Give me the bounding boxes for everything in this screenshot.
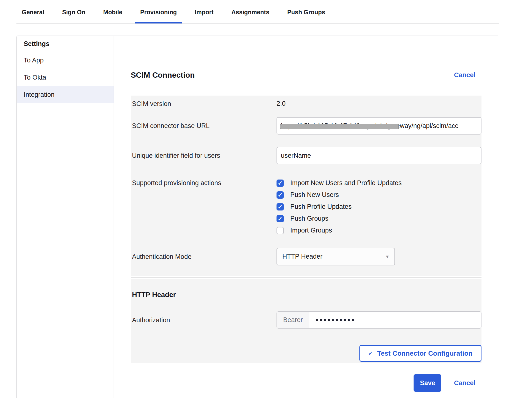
checkbox-label: Push Profile Updates: [290, 203, 352, 210]
authorization-field: Bearer ••••••••••: [277, 311, 481, 329]
redaction-bar: [280, 124, 399, 129]
checkbox-import-groups[interactable]: ✓: [277, 227, 284, 234]
checkbox-row-import-groups[interactable]: ✓ Import Groups: [277, 227, 402, 234]
tab-import[interactable]: Import: [189, 0, 219, 23]
test-connector-row: ✓ Test Connector Configuration: [131, 345, 481, 362]
content-header: SCIM Connection Cancel: [131, 70, 481, 80]
checkbox-row-push-new-users[interactable]: ✓ Push New Users: [277, 191, 402, 199]
scim-version-label: SCIM version: [131, 100, 277, 107]
form-footer: Save Cancel: [131, 374, 481, 392]
base-url-label: SCIM connector base URL: [131, 122, 277, 129]
http-header-title: HTTP Header: [131, 291, 481, 299]
checkbox-label: Push Groups: [290, 215, 328, 222]
checkbox-push-groups[interactable]: ✓: [277, 215, 284, 222]
authorization-label: Authorization: [131, 316, 277, 324]
auth-mode-label: Authentication Mode: [131, 253, 277, 260]
sidebar-item-to-app[interactable]: To App: [17, 52, 114, 69]
settings-sidebar: Settings To App To Okta Integration: [17, 36, 114, 398]
tab-bar: General Sign On Mobile Provisioning Impo…: [16, 0, 499, 24]
http-header-section: HTTP Header Authorization Bearer •••••••…: [131, 279, 481, 363]
chevron-down-icon: ▾: [386, 254, 389, 260]
checkmark-icon: ✓: [278, 180, 283, 186]
section-divider: [131, 278, 481, 278]
sidebar-item-integration[interactable]: Integration: [17, 86, 114, 103]
tab-provisioning[interactable]: Provisioning: [135, 0, 182, 23]
checkbox-row-push-profile-updates[interactable]: ✓ Push Profile Updates: [277, 203, 402, 210]
main-content: SCIM Connection Cancel SCIM version 2.0 …: [114, 36, 499, 398]
auth-mode-select[interactable]: HTTP Header ▾: [277, 248, 395, 265]
authorization-token-input[interactable]: ••••••••••: [309, 312, 481, 328]
save-button[interactable]: Save: [414, 374, 441, 392]
authorization-row: Authorization Bearer ••••••••••: [131, 311, 481, 329]
checkbox-push-new-users[interactable]: ✓: [277, 191, 284, 199]
bearer-prefix: Bearer: [277, 312, 309, 328]
checkbox-label: Push New Users: [290, 191, 339, 199]
checkbox-push-profile-updates[interactable]: ✓: [277, 203, 284, 210]
checkmark-icon: ✓: [278, 216, 283, 222]
unique-id-value: userName: [281, 152, 311, 159]
app-root: General Sign On Mobile Provisioning Impo…: [0, 0, 532, 398]
checkmark-icon: ✓: [278, 204, 283, 210]
test-connector-label: Test Connector Configuration: [377, 350, 473, 357]
base-url-row: SCIM connector base URL https://h5hd-195…: [131, 117, 481, 135]
checkbox-row-import-users[interactable]: ✓ Import New Users and Profile Updates: [277, 179, 402, 187]
checkbox-row-push-groups[interactable]: ✓ Push Groups: [277, 215, 402, 222]
cancel-link-bottom[interactable]: Cancel: [454, 379, 475, 387]
tab-mobile[interactable]: Mobile: [98, 0, 128, 23]
checkmark-icon: ✓: [278, 192, 283, 198]
scim-version-value: 2.0: [277, 100, 286, 107]
unique-id-row: Unique identifier field for users userNa…: [131, 147, 481, 164]
provisioning-actions-row: Supported provisioning actions ✓ Import …: [131, 179, 481, 234]
checkbox-label: Import Groups: [290, 227, 332, 234]
test-connector-button[interactable]: ✓ Test Connector Configuration: [359, 345, 481, 362]
scim-version-row: SCIM version 2.0: [131, 96, 481, 107]
provisioning-actions-label: Supported provisioning actions: [131, 179, 277, 187]
tab-assignments[interactable]: Assignments: [226, 0, 275, 23]
tab-sign-on[interactable]: Sign On: [57, 0, 91, 23]
cancel-link-top[interactable]: Cancel: [454, 71, 475, 79]
tab-general[interactable]: General: [16, 0, 50, 23]
auth-mode-value: HTTP Header: [282, 253, 322, 260]
auth-mode-row: Authentication Mode HTTP Header ▾: [131, 248, 481, 265]
page-title: SCIM Connection: [131, 70, 195, 80]
content-panel: Settings To App To Okta Integration SCIM…: [16, 36, 499, 398]
base-url-input[interactable]: https://h5hd-195-19-67-148-ngrok.io/gate…: [277, 117, 481, 135]
tab-push-groups[interactable]: Push Groups: [282, 0, 330, 23]
unique-id-label: Unique identifier field for users: [131, 152, 277, 159]
checkbox-label: Import New Users and Profile Updates: [290, 179, 402, 187]
sidebar-item-to-okta[interactable]: To Okta: [17, 69, 114, 86]
sidebar-header: Settings: [17, 36, 114, 52]
checkbox-import-users[interactable]: ✓: [277, 180, 284, 187]
unique-id-input[interactable]: userName: [277, 147, 481, 164]
checkmark-icon: ✓: [368, 350, 373, 357]
provisioning-actions-list: ✓ Import New Users and Profile Updates ✓…: [277, 179, 402, 234]
scim-connection-section: SCIM version 2.0 SCIM connector base URL…: [131, 96, 481, 276]
